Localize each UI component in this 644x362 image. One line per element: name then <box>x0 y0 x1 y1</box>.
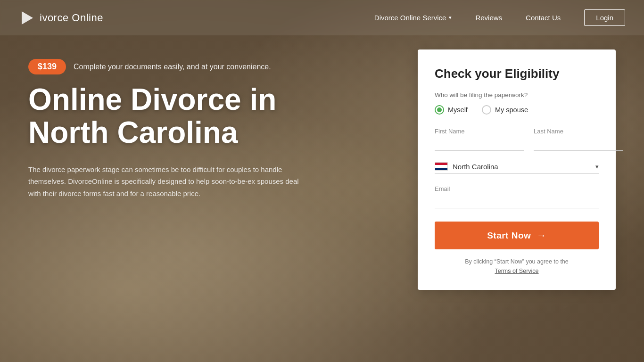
email-label: Email <box>435 185 599 192</box>
last-name-input[interactable] <box>534 138 623 151</box>
nav-service-link[interactable]: Divorce Online Service ▾ <box>374 14 452 22</box>
state-chevron-icon: ▾ <box>595 163 599 170</box>
state-name: North Carolina <box>453 163 595 171</box>
nav-contact-link[interactable]: Contact Us <box>526 14 561 22</box>
radio-spouse[interactable]: My spouse <box>482 105 528 115</box>
terms-of-service-link[interactable]: Terms of Service <box>495 268 538 274</box>
last-name-field: Last Name <box>534 128 623 151</box>
hero-tagline: Complete your documents easily, and at y… <box>74 63 271 71</box>
first-name-input[interactable] <box>435 138 524 151</box>
brand-name: ivorce Online <box>40 12 103 24</box>
left-content: $139 Complete your documents easily, and… <box>28 49 399 199</box>
hero-description: The divorce paperwork stage can sometime… <box>28 164 311 200</box>
radio-myself-circle <box>435 105 444 115</box>
logo-icon <box>19 9 36 26</box>
eligibility-form-card: Check your Eligibility Who will be filin… <box>418 49 616 290</box>
nav-links: Divorce Online Service ▾ Reviews Contact… <box>374 9 625 26</box>
radio-spouse-circle <box>482 105 491 115</box>
arrow-icon: → <box>537 230 546 241</box>
state-select-wrapper: North Carolina ▾ <box>435 162 599 174</box>
name-row: First Name Last Name <box>435 128 599 151</box>
login-button[interactable]: Login <box>584 9 625 26</box>
first-name-field: First Name <box>435 128 524 151</box>
logo: ivorce Online <box>19 9 103 26</box>
start-now-button[interactable]: Start Now → <box>435 222 599 249</box>
price-badge-row: $139 Complete your documents easily, and… <box>28 59 399 74</box>
chevron-down-icon: ▾ <box>449 15 452 21</box>
form-title: Check your Eligibility <box>435 66 599 81</box>
svg-marker-0 <box>22 11 33 25</box>
navbar: ivorce Online Divorce Online Service ▾ R… <box>0 0 644 35</box>
state-flag-icon <box>435 162 448 171</box>
radio-myself[interactable]: Myself <box>435 105 468 115</box>
email-field-wrapper: Email <box>435 185 599 208</box>
price-badge: $139 <box>28 59 66 74</box>
email-input[interactable] <box>435 195 599 208</box>
radio-group: Myself My spouse <box>435 105 599 115</box>
main-content: $139 Complete your documents easily, and… <box>0 35 644 362</box>
nav-reviews-link[interactable]: Reviews <box>475 14 502 22</box>
radio-question: Who will be filing the paperwork? <box>435 91 599 99</box>
first-name-label: First Name <box>435 128 524 135</box>
hero-title: Online Divorce in North Carolina <box>28 83 399 149</box>
state-select[interactable]: North Carolina ▾ <box>435 162 599 174</box>
terms-text: By clicking “Start Now” you agree to the… <box>435 257 599 276</box>
last-name-label: Last Name <box>534 128 623 135</box>
